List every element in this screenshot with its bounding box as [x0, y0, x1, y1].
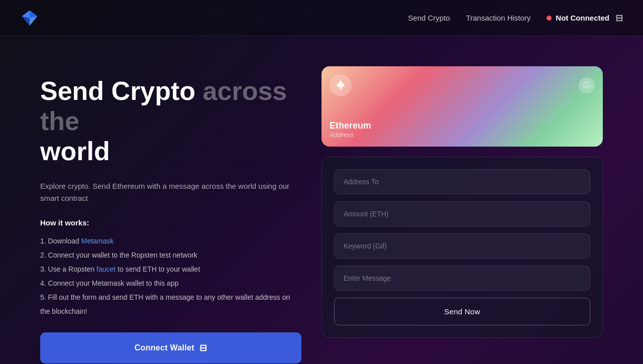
connect-wallet-label: Connect Wallet: [135, 343, 194, 352]
metamask-link[interactable]: Metamask: [81, 237, 114, 245]
hero-title: Send Crypto across the world: [40, 76, 301, 166]
nav-transaction-history[interactable]: Transaction History: [466, 14, 531, 22]
list-item: 4. Connect your Metamask wallet to this …: [40, 276, 301, 290]
nav-status: Not Connected ⊟: [547, 13, 623, 24]
enter-message-input[interactable]: [334, 266, 590, 291]
wallet-icon: ⊟: [615, 13, 623, 24]
list-item: 3. Use a Ropsten faucet to send ETH to y…: [40, 262, 301, 276]
faucet-link[interactable]: faucet: [96, 265, 116, 273]
connect-wallet-button[interactable]: Connect Wallet ⊟: [40, 332, 301, 363]
logo-icon: [20, 9, 39, 28]
connect-wallet-icon: ⊟: [199, 342, 207, 353]
wallet-eth-address: Address: [330, 131, 371, 139]
hero-title-end: world: [40, 137, 110, 166]
right-column: ⓘ Ethereum Address Send Now: [322, 66, 603, 364]
wallet-card-bottom: Ethereum Address: [330, 120, 371, 139]
list-item: 5. Fill out the form and send ETH with a…: [40, 290, 301, 318]
left-column: Send Crypto across the world Explore cry…: [40, 66, 322, 364]
main-content: Send Crypto across the world Explore cry…: [0, 36, 643, 364]
nav-send-crypto[interactable]: Send Crypto: [408, 14, 450, 22]
logo: [20, 9, 39, 28]
amount-eth-input[interactable]: [334, 201, 590, 226]
send-now-button[interactable]: Send Now: [334, 298, 590, 325]
keyword-gif-input[interactable]: [334, 233, 590, 259]
status-dot: [547, 16, 552, 21]
wallet-card: ⓘ Ethereum Address: [322, 66, 603, 147]
list-item: 1. Download Metamask: [40, 234, 301, 248]
wallet-card-top: ⓘ: [330, 74, 595, 96]
send-now-label: Send Now: [444, 307, 480, 316]
address-to-input[interactable]: [334, 169, 590, 194]
list-item: 2. Connect your wallet to the Ropsten te…: [40, 248, 301, 262]
info-badge: ⓘ: [579, 77, 595, 93]
how-it-works-list: 1. Download Metamask 2. Connect your wal…: [40, 234, 301, 318]
eth-logo-icon: [335, 79, 347, 91]
send-form-panel: Send Now: [322, 157, 603, 338]
hero-description: Explore crypto. Send Ethereum with a mes…: [40, 180, 301, 204]
hero-title-main: Send Crypto: [40, 76, 195, 105]
how-it-works-title: How it works:: [40, 218, 301, 227]
status-label: Not Connected: [556, 14, 609, 22]
navbar: Send Crypto Transaction History Not Conn…: [0, 0, 643, 36]
wallet-eth-name: Ethereum: [330, 120, 371, 131]
info-icon: ⓘ: [583, 81, 590, 90]
nav-links: Send Crypto Transaction History Not Conn…: [408, 13, 623, 24]
eth-badge: [330, 74, 352, 96]
